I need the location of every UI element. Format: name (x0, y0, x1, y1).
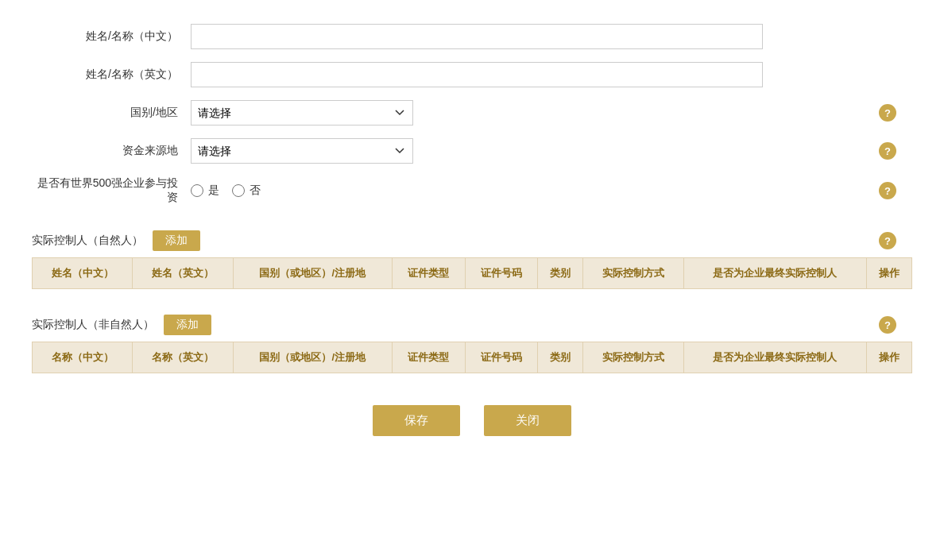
section2-help-icon[interactable]: ? (879, 316, 896, 334)
section2-col-cert-type: 证件类型 (392, 342, 465, 373)
fortune500-label: 是否有世界500强企业参与投资 (32, 176, 191, 205)
section1-col-country: 国别（或地区）/注册地 (233, 258, 392, 289)
fund-source-row: 资金来源地 请选择 ? (32, 138, 912, 164)
section2-col-country: 国别（或地区）/注册地 (233, 342, 392, 373)
section1-help-icon[interactable]: ? (879, 232, 896, 249)
bottom-buttons: 保存 关闭 (32, 405, 912, 452)
fortune500-no-radio[interactable] (232, 184, 245, 197)
country-select[interactable]: 请选择 (191, 100, 413, 126)
close-button[interactable]: 关闭 (484, 405, 571, 436)
section1-col-operation: 操作 (866, 258, 911, 289)
name-cn-row: 姓名/名称（中文） (32, 24, 912, 49)
section2-col-cert-no: 证件号码 (465, 342, 538, 373)
section1-col-control-method: 实际控制方式 (583, 258, 683, 289)
section2-table-header-row: 名称（中文） 名称（英文） 国别（或地区）/注册地 证件类型 证件号码 类别 实… (33, 342, 912, 373)
fortune500-yes-option[interactable]: 是 (191, 183, 219, 198)
section1-col-name-en: 姓名（英文） (133, 258, 233, 289)
section2-col-category: 类别 (538, 342, 583, 373)
fortune500-help-icon[interactable]: ? (879, 182, 896, 199)
fortune500-no-option[interactable]: 否 (232, 183, 261, 198)
name-en-label: 姓名/名称（英文） (32, 68, 191, 82)
section2-col-operation: 操作 (866, 342, 911, 373)
fortune500-no-label: 否 (250, 183, 261, 198)
section2-header: 实际控制人（非自然人） 添加 ? (32, 308, 912, 342)
country-row: 国别/地区 请选择 ? (32, 100, 912, 126)
section2-col-name-en: 名称（英文） (133, 342, 233, 373)
section1-header: 实际控制人（自然人） 添加 ? (32, 224, 912, 257)
country-help-icon[interactable]: ? (879, 104, 896, 122)
fund-source-label: 资金来源地 (32, 144, 191, 158)
fortune500-yes-radio[interactable] (191, 184, 203, 197)
section1-col-name-cn: 姓名（中文） (33, 258, 133, 289)
name-cn-input[interactable] (191, 24, 763, 49)
country-label: 国别/地区 (32, 106, 191, 120)
section2-add-button[interactable]: 添加 (164, 315, 211, 335)
fortune500-yes-label: 是 (208, 183, 219, 198)
save-button[interactable]: 保存 (373, 405, 460, 436)
section1-col-cert-type: 证件类型 (392, 258, 465, 289)
section2-title: 实际控制人（非自然人） (32, 318, 154, 332)
section1-col-cert-no: 证件号码 (465, 258, 538, 289)
fund-source-help-icon[interactable]: ? (879, 142, 896, 160)
section1-table-header-row: 姓名（中文） 姓名（英文） 国别（或地区）/注册地 证件类型 证件号码 类别 实… (33, 258, 912, 289)
section2-col-name-cn: 名称（中文） (33, 342, 133, 373)
section2-col-final-controller: 是否为企业最终实际控制人 (683, 342, 866, 373)
section1-add-button[interactable]: 添加 (153, 230, 200, 251)
section1-col-final-controller: 是否为企业最终实际控制人 (683, 258, 866, 289)
section1-col-category: 类别 (538, 258, 583, 289)
section2-table: 名称（中文） 名称（英文） 国别（或地区）/注册地 证件类型 证件号码 类别 实… (32, 342, 912, 373)
name-en-row: 姓名/名称（英文） (32, 62, 912, 87)
fortune500-row: 是否有世界500强企业参与投资 是 否 ? (32, 176, 912, 205)
name-cn-label: 姓名/名称（中文） (32, 29, 191, 44)
section1-title: 实际控制人（自然人） (32, 234, 143, 248)
fortune500-radio-group: 是 否 (191, 183, 261, 198)
name-en-input[interactable] (191, 62, 763, 87)
section2-col-control-method: 实际控制方式 (583, 342, 683, 373)
fund-source-select[interactable]: 请选择 (191, 138, 413, 164)
section1-table: 姓名（中文） 姓名（英文） 国别（或地区）/注册地 证件类型 证件号码 类别 实… (32, 257, 912, 289)
